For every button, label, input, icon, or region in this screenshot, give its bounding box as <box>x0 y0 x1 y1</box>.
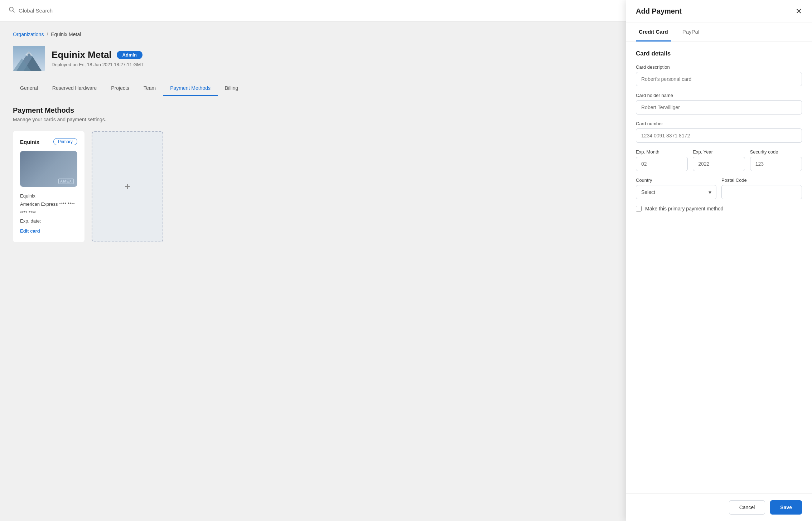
admin-badge: Admin <box>117 51 142 59</box>
section-description: Manage your cards and payment settings. <box>13 117 613 122</box>
add-payment-modal: Add Payment ✕ Credit Card PayPal Card de… <box>626 0 812 521</box>
expiry-security-row: Exp. Month Exp. Year Security code <box>636 149 802 171</box>
country-label: Country <box>636 177 716 183</box>
tab-team[interactable]: Team <box>136 81 163 96</box>
card-visual: AMEX <box>20 151 77 187</box>
exp-year-label: Exp. Year <box>693 149 745 155</box>
card-holder-label: Card holder name <box>636 93 802 98</box>
card-name: Equinix <box>20 139 39 145</box>
postal-label: Postal Code <box>721 177 802 183</box>
card-brand-name: Equinix <box>20 192 77 200</box>
section-title: Payment Methods <box>13 106 613 115</box>
exp-month-input[interactable] <box>636 157 688 171</box>
save-button[interactable]: Save <box>770 500 802 515</box>
tab-credit-card[interactable]: Credit Card <box>636 23 671 42</box>
card-holder-input[interactable] <box>636 100 802 115</box>
primary-checkbox-row: Make this primary payment method <box>636 206 802 211</box>
tab-paypal[interactable]: PayPal <box>680 23 702 42</box>
add-card-plus-icon: + <box>125 181 130 192</box>
breadcrumb-current: Equinix Metal <box>51 31 81 37</box>
country-select-wrapper: Select United States United Kingdom Cana… <box>636 185 716 199</box>
tab-payment-methods[interactable]: Payment Methods <box>163 81 218 96</box>
content-area: Organizations / Equinix Metal <box>0 21 626 521</box>
tab-reserved-hardware[interactable]: Reserved Hardware <box>45 81 104 96</box>
card-holder-field: Card holder name <box>636 93 802 115</box>
edit-card-link[interactable]: Edit card <box>20 227 77 235</box>
exp-year-field: Exp. Year <box>693 149 745 171</box>
org-name: Equinix Metal <box>52 49 112 60</box>
card-item-header: Equinix Primary <box>20 138 77 145</box>
card-section-title: Card details <box>636 50 802 57</box>
country-field: Country Select United States United King… <box>636 177 716 199</box>
modal-title: Add Payment <box>636 7 682 15</box>
modal-header: Add Payment ✕ <box>626 0 812 23</box>
breadcrumb: Organizations / Equinix Metal <box>13 31 613 37</box>
card-description-input[interactable] <box>636 72 802 86</box>
primary-checkbox[interactable] <box>636 206 642 211</box>
card-number-label: Card number <box>636 121 802 126</box>
breadcrumb-org-link[interactable]: Organizations <box>13 31 44 37</box>
tab-projects[interactable]: Projects <box>104 81 136 96</box>
country-postal-row: Country Select United States United King… <box>636 177 802 199</box>
postal-input[interactable] <box>721 185 802 199</box>
nav-tabs: General Reserved Hardware Projects Team … <box>13 81 613 96</box>
card-number-field: Card number <box>636 121 802 143</box>
svg-line-1 <box>13 11 15 13</box>
card-exp: Exp. date: <box>20 217 77 225</box>
modal-tabs: Credit Card PayPal <box>626 23 812 42</box>
search-bar <box>0 0 626 21</box>
primary-checkbox-label: Make this primary payment method <box>645 206 724 211</box>
exp-month-field: Exp. Month <box>636 149 688 171</box>
card-description-field: Card description <box>636 64 802 86</box>
org-deploy-date: Deployed on Fri, 18 Jun 2021 18:27:11 GM… <box>52 62 613 67</box>
modal-body: Card details Card description Card holde… <box>626 42 812 493</box>
org-name-row: Equinix Metal Admin <box>52 49 613 60</box>
security-code-label: Security code <box>750 149 802 155</box>
search-input[interactable] <box>19 8 90 14</box>
org-info: Equinix Metal Admin Deployed on Fri, 18 … <box>52 49 613 67</box>
card-details-text: Equinix American Express **** **** **** … <box>20 192 77 235</box>
existing-card: Equinix Primary AMEX Equinix American Ex… <box>13 131 84 242</box>
search-icon <box>9 6 15 15</box>
tab-billing[interactable]: Billing <box>218 81 245 96</box>
card-description-label: Card description <box>636 64 802 70</box>
country-select[interactable]: Select United States United Kingdom Cana… <box>636 185 716 199</box>
exp-year-input[interactable] <box>693 157 745 171</box>
add-card-box[interactable]: + <box>92 131 163 242</box>
org-logo <box>13 46 45 71</box>
modal-footer: Cancel Save <box>626 493 812 521</box>
card-number-masked: American Express **** **** **** **** <box>20 200 77 217</box>
security-code-input[interactable] <box>750 157 802 171</box>
cancel-button[interactable]: Cancel <box>729 500 765 515</box>
close-button[interactable]: ✕ <box>796 8 802 15</box>
org-header: Equinix Metal Admin Deployed on Fri, 18 … <box>13 46 613 71</box>
left-panel: Organizations / Equinix Metal <box>0 0 626 521</box>
exp-month-label: Exp. Month <box>636 149 688 155</box>
card-number-input[interactable] <box>636 128 802 143</box>
breadcrumb-separator: / <box>47 31 48 37</box>
amex-logo: AMEX <box>58 179 74 184</box>
primary-badge: Primary <box>53 138 77 145</box>
security-code-field: Security code <box>750 149 802 171</box>
tab-general[interactable]: General <box>13 81 45 96</box>
postal-field: Postal Code <box>721 177 802 199</box>
cards-row: Equinix Primary AMEX Equinix American Ex… <box>13 131 613 242</box>
